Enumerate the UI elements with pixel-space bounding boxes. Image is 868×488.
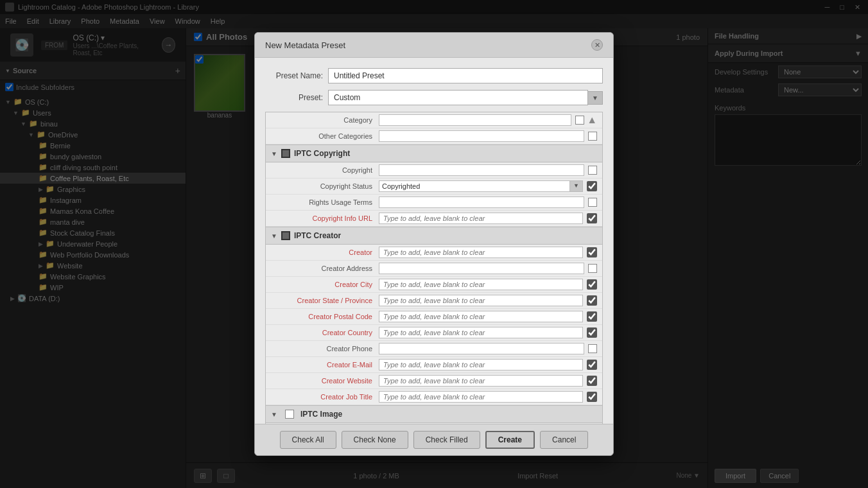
- creator-address-label: Creator Address: [276, 265, 379, 272]
- image-section-checkbox[interactable]: [285, 410, 294, 419]
- other-categories-input[interactable]: [379, 130, 584, 142]
- creator-postal-label: Creator Postal Code: [276, 313, 379, 320]
- creator-email-label: Creator E-Mail: [276, 361, 379, 369]
- copyright-row: Copyright: [266, 162, 602, 179]
- creator-label: Creator: [276, 248, 379, 256]
- creator-checkbox[interactable]: [587, 247, 597, 257]
- dialog-footer: Check All Check None Check Filled Create…: [255, 424, 613, 455]
- preset-select[interactable]: Custom: [328, 90, 588, 105]
- category-checkbox[interactable]: [575, 116, 584, 125]
- creator-city-row: Creator City: [266, 277, 602, 293]
- creator-country-label: Creator Country: [276, 329, 379, 336]
- creator-section-checkbox[interactable]: [281, 231, 290, 240]
- creator-phone-checkbox[interactable]: [588, 344, 597, 353]
- copyright-label: Copyright: [276, 166, 379, 174]
- preset-row: Preset: Custom ▼: [265, 90, 603, 105]
- copyright-url-input[interactable]: [379, 213, 583, 224]
- creator-email-input[interactable]: [379, 359, 583, 370]
- creator-job-input[interactable]: [379, 391, 583, 403]
- creator-website-label: Creator Website: [276, 377, 379, 385]
- preset-select-arrow[interactable]: ▼: [588, 91, 603, 105]
- category-label: Category: [276, 116, 379, 124]
- metadata-scroll-area: Category ▲ Other Categories ▼ IPTC: [265, 112, 603, 424]
- creator-website-checkbox[interactable]: [587, 376, 597, 386]
- dialog-title: New Metadata Preset: [265, 40, 345, 50]
- iptc-copyright-section-header[interactable]: ▼ IPTC Copyright: [266, 144, 602, 162]
- preset-dropdown-label: Preset:: [265, 93, 323, 102]
- creator-phone-label: Creator Phone: [276, 345, 379, 353]
- rights-usage-checkbox[interactable]: [588, 198, 597, 207]
- creator-address-row: Creator Address: [266, 261, 602, 277]
- image-section-title: IPTC Image: [300, 410, 342, 419]
- creator-phone-row: Creator Phone: [266, 341, 602, 357]
- creator-input[interactable]: [379, 247, 583, 258]
- copyright-expand-icon: ▼: [271, 150, 277, 157]
- creator-expand-icon: ▼: [271, 232, 277, 240]
- copyright-status-select[interactable]: Copyrighted Public Domain Unknown: [379, 180, 570, 192]
- scroll-up-button[interactable]: ▲: [587, 114, 597, 126]
- dialog-overlay: New Metadata Preset ✕ Preset Name: Prese…: [0, 0, 868, 488]
- copyright-url-checkbox[interactable]: [587, 213, 597, 223]
- creator-row: Creator: [266, 245, 602, 261]
- copyright-url-label: Copyright Info URL: [276, 214, 379, 222]
- iptc-image-section-header[interactable]: ▼ IPTC Image: [266, 405, 602, 423]
- other-categories-checkbox[interactable]: [588, 132, 597, 141]
- create-button[interactable]: Create: [485, 431, 535, 449]
- creator-section-title: IPTC Creator: [294, 231, 341, 240]
- creator-postal-checkbox[interactable]: [587, 311, 597, 322]
- creator-job-checkbox[interactable]: [587, 392, 597, 402]
- creator-postal-input[interactable]: [379, 311, 583, 322]
- creator-state-label: Creator State / Province: [276, 297, 379, 304]
- new-metadata-preset-dialog: New Metadata Preset ✕ Preset Name: Prese…: [254, 32, 614, 456]
- check-all-button[interactable]: Check All: [280, 431, 336, 449]
- creator-postal-row: Creator Postal Code: [266, 309, 602, 325]
- category-input[interactable]: [379, 114, 571, 126]
- cancel-dialog-button[interactable]: Cancel: [540, 431, 588, 449]
- creator-email-checkbox[interactable]: [587, 360, 597, 370]
- creator-address-input[interactable]: [379, 263, 584, 274]
- preset-name-label: Preset Name:: [265, 71, 323, 80]
- creator-website-input[interactable]: [379, 375, 583, 387]
- rights-usage-input[interactable]: [379, 196, 584, 208]
- date-created-row: Date Created: [266, 423, 602, 424]
- copyright-section-title: IPTC Copyright: [294, 149, 350, 158]
- copyright-url-row: Copyright Info URL: [266, 211, 602, 227]
- copyright-status-select-container: Copyrighted Public Domain Unknown ▼: [379, 180, 583, 192]
- rights-usage-label: Rights Usage Terms: [276, 198, 379, 206]
- creator-email-row: Creator E-Mail: [266, 357, 602, 373]
- image-expand-icon: ▼: [271, 411, 277, 418]
- creator-job-label: Creator Job Title: [276, 393, 379, 401]
- dialog-close-button[interactable]: ✕: [591, 39, 603, 51]
- creator-city-checkbox[interactable]: [587, 279, 597, 290]
- creator-job-row: Creator Job Title: [266, 389, 602, 405]
- iptc-creator-section-header[interactable]: ▼ IPTC Creator: [266, 227, 602, 245]
- rights-usage-row: Rights Usage Terms: [266, 195, 602, 211]
- other-categories-label: Other Categories: [276, 132, 379, 140]
- creator-website-row: Creator Website: [266, 373, 602, 389]
- dialog-body: Preset Name: Preset: Custom ▼ Category: [255, 58, 613, 424]
- creator-city-input[interactable]: [379, 279, 583, 290]
- creator-state-row: Creator State / Province: [266, 293, 602, 309]
- check-filled-button[interactable]: Check Filled: [413, 431, 480, 449]
- preset-name-input[interactable]: [328, 68, 603, 83]
- check-none-button[interactable]: Check None: [342, 431, 408, 449]
- creator-phone-input[interactable]: [379, 343, 584, 354]
- copyright-status-checkbox[interactable]: [587, 181, 597, 191]
- copyright-input[interactable]: [379, 164, 584, 176]
- copyright-status-row: Copyright Status Copyrighted Public Doma…: [266, 179, 602, 195]
- creator-country-checkbox[interactable]: [587, 327, 597, 338]
- creator-state-checkbox[interactable]: [587, 295, 597, 306]
- creator-country-input[interactable]: [379, 327, 583, 338]
- copyright-section-checkbox[interactable]: [281, 149, 290, 158]
- copyright-status-arrow[interactable]: ▼: [570, 180, 583, 192]
- creator-country-row: Creator Country: [266, 325, 602, 341]
- creator-state-input[interactable]: [379, 295, 583, 306]
- copyright-status-label: Copyright Status: [276, 182, 379, 190]
- preset-select-container: Custom ▼: [328, 90, 603, 105]
- copyright-checkbox[interactable]: [588, 166, 597, 175]
- other-categories-row: Other Categories: [266, 128, 602, 144]
- creator-city-label: Creator City: [276, 281, 379, 288]
- category-row: Category ▲: [266, 112, 602, 128]
- creator-address-checkbox[interactable]: [588, 264, 597, 273]
- dialog-title-bar: New Metadata Preset ✕: [255, 33, 613, 58]
